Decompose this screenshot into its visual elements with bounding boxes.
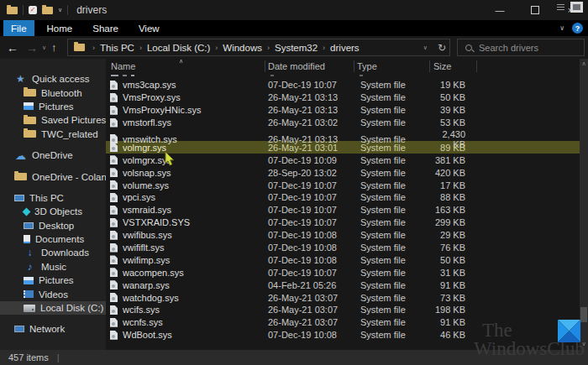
file-name: vwifibus.sys xyxy=(123,230,172,240)
tab-view[interactable]: View xyxy=(131,20,167,36)
tab-home[interactable]: Home xyxy=(39,20,81,36)
title-bar: ✓ ∨ drivers — × xyxy=(0,0,588,20)
help-icon[interactable]: ? xyxy=(572,23,583,34)
sidebar-item-quick-access[interactable]: ★Quick access xyxy=(0,72,106,86)
file-row[interactable]: VmsProxy.sys26-May-21 03:13System file50… xyxy=(106,91,580,104)
file-type: System file xyxy=(354,255,429,265)
details-view-button[interactable] xyxy=(555,2,566,13)
file-date-modified: 26-May-21 03:13 xyxy=(265,92,354,102)
file-row[interactable]: VSTXRAID.SYS07-Dec-19 10:07System file29… xyxy=(106,216,580,229)
file-row[interactable]: volmgrx.sys07-Dec-19 10:09System file381… xyxy=(106,154,580,166)
breadcrumb-separator-icon[interactable]: › xyxy=(264,44,273,52)
sidebar-item-videos[interactable]: Videos xyxy=(0,287,106,300)
breadcrumb-separator-icon[interactable]: › xyxy=(136,44,145,52)
column-header-size[interactable]: Size xyxy=(433,61,451,71)
file-row[interactable]: vsmraid.sys07-Dec-19 10:07System file163… xyxy=(106,204,580,216)
sidebar-item-pictures[interactable]: Pictures xyxy=(0,274,106,287)
expand-ribbon-icon[interactable]: ∨ xyxy=(559,24,564,32)
file-row[interactable]: VmsProxyHNic.sys26-May-21 03:13System fi… xyxy=(106,104,580,117)
breadcrumb-separator-icon[interactable]: › xyxy=(319,44,328,52)
sidebar-item-local-disk-c-[interactable]: Local Disk (C:) xyxy=(0,301,106,315)
column-header-name[interactable]: Name xyxy=(111,61,135,71)
address-bar[interactable]: ›This PC›Local Disk (C:)›Windows›System3… xyxy=(67,39,450,56)
file-row[interactable]: vwifimp.sys07-Dec-19 10:08System file50 … xyxy=(106,253,580,266)
column-header-date-modified[interactable]: Date modified xyxy=(268,61,325,71)
address-dropdown-icon[interactable]: ∨ xyxy=(423,44,428,51)
column-separator[interactable] xyxy=(429,60,430,72)
sidebar-item-twc-related[interactable]: TWC_related xyxy=(0,128,106,141)
maximize-button[interactable] xyxy=(517,0,553,20)
column-separator[interactable] xyxy=(354,60,354,72)
file-row[interactable]: WdBoot.sys07-Dec-19 10:08System file46 K… xyxy=(106,329,580,342)
twc-logo xyxy=(558,320,580,342)
refresh-icon[interactable]: ↻ xyxy=(438,42,446,54)
sidebar-item-onedrive[interactable]: ☁OneDrive xyxy=(0,149,106,162)
vertical-scrollbar[interactable]: ∧ ∨ xyxy=(580,59,588,350)
breadcrumb-item[interactable]: drivers xyxy=(328,43,361,53)
tab-file[interactable]: File xyxy=(3,20,34,36)
file-row[interactable]: watchdog.sys26-May-21 03:07System file73… xyxy=(106,291,580,304)
forward-button[interactable]: → xyxy=(26,36,38,59)
file-row[interactable]: vms3cap.sys07-Dec-19 10:07System file19 … xyxy=(106,79,580,91)
breadcrumb-item[interactable]: System32 xyxy=(273,43,319,53)
file-row[interactable]: wcnfs.sys26-May-21 03:07System file91 KB xyxy=(106,316,580,329)
thumbnail-view-button[interactable] xyxy=(570,2,583,13)
breadcrumb-separator-icon[interactable]: › xyxy=(212,44,221,52)
file-row[interactable]: vpci.sys07-Dec-19 10:07System file88 KB xyxy=(106,191,580,204)
breadcrumb-item[interactable]: Windows xyxy=(221,43,264,53)
system-file-icon xyxy=(110,268,118,277)
tab-share[interactable]: Share xyxy=(85,20,126,36)
properties-icon[interactable]: ✓ xyxy=(29,6,37,14)
column-header-type[interactable]: Type xyxy=(357,61,377,71)
sidebar-item-onedrive-colantuon[interactable]: OneDrive - Colantuon xyxy=(0,169,106,183)
new-folder-icon[interactable] xyxy=(42,7,53,14)
sidebar-item-downloads[interactable]: ↓Downloads xyxy=(0,246,106,259)
file-row[interactable]: wcifs.sys26-May-21 03:07System file198 K… xyxy=(106,304,580,316)
file-row[interactable]: volmgr.sys26-May-21 03:01System file89 K… xyxy=(106,141,580,154)
scroll-up-icon[interactable]: ∧ xyxy=(580,60,588,67)
file-row[interactable]: volume.sys07-Dec-19 10:07System file17 K… xyxy=(106,179,580,191)
file-name: wanarp.sys xyxy=(123,280,170,290)
back-button[interactable]: ← xyxy=(7,36,18,59)
file-row[interactable]: wacompen.sys07-Dec-19 10:07System file31… xyxy=(106,266,580,279)
sidebar-item-label: Network xyxy=(29,324,65,334)
search-box[interactable]: Search drivers xyxy=(457,39,585,56)
sidebar-item-desktop[interactable]: Desktop xyxy=(0,219,106,232)
file-date-modified: 28-Sep-20 13:02 xyxy=(265,168,354,178)
qat-dropdown-icon[interactable]: ∨ xyxy=(58,7,62,13)
file-row[interactable]: volsnap.sys28-Sep-20 13:02System file420… xyxy=(106,166,580,179)
up-button[interactable]: ↑ xyxy=(51,36,57,59)
recent-locations-icon[interactable]: ∨ xyxy=(42,36,46,59)
scrollbar-thumb[interactable] xyxy=(580,307,587,322)
file-row[interactable]: vwifibus.sys07-Dec-19 10:08System file29… xyxy=(106,229,580,242)
sidebar-item-documents[interactable]: Documents xyxy=(0,232,106,246)
column-separator[interactable] xyxy=(265,60,265,72)
file-row[interactable]: vmswitch.sys26-May-21 03:13System file2,… xyxy=(106,129,580,142)
file-row[interactable]: vmstorfl.sys26-May-21 03:02System file53… xyxy=(106,117,580,129)
window-title: drivers xyxy=(76,4,107,16)
file-name: WdBoot.sys xyxy=(123,330,172,340)
breadcrumb-item[interactable]: Local Disk (C:) xyxy=(145,43,212,53)
breadcrumb: ›This PC›Local Disk (C:)›Windows›System3… xyxy=(89,43,361,53)
file-date-modified: 07-Dec-19 10:07 xyxy=(265,205,354,215)
sidebar-item-pictures[interactable]: Pictures xyxy=(0,100,106,113)
minimize-button[interactable]: — xyxy=(482,0,517,20)
scroll-down-icon[interactable]: ∨ xyxy=(580,341,588,347)
column-separator[interactable] xyxy=(476,60,477,72)
search-placeholder: Search drivers xyxy=(479,43,538,53)
sidebar-item-bluetooth[interactable]: Bluetooth xyxy=(0,86,106,99)
sidebar-item-this-pc[interactable]: This PC xyxy=(0,191,106,205)
file-size: 198 KB xyxy=(429,305,476,315)
sidebar-item-music[interactable]: ♪Music xyxy=(0,260,106,274)
ribbon-tab-bar: File Home Share View ∨ ? xyxy=(0,20,588,36)
sidebar-item-saved-pictures[interactable]: Saved Pictures xyxy=(0,113,106,127)
system-file-icon xyxy=(110,180,118,190)
breadcrumb-item[interactable]: This PC xyxy=(98,43,136,53)
cube-icon xyxy=(23,207,31,216)
sidebar-item-network[interactable]: Network xyxy=(0,322,106,336)
sidebar-item-label: Quick access xyxy=(32,74,89,84)
file-row[interactable]: vwififlt.sys07-Dec-19 10:08System file76… xyxy=(106,242,580,254)
sidebar-item-3d-objects[interactable]: 3D Objects xyxy=(0,205,106,218)
breadcrumb-separator-icon[interactable]: › xyxy=(89,44,98,52)
file-row[interactable]: wanarp.sys04-Feb-21 05:26System file91 K… xyxy=(106,279,580,291)
